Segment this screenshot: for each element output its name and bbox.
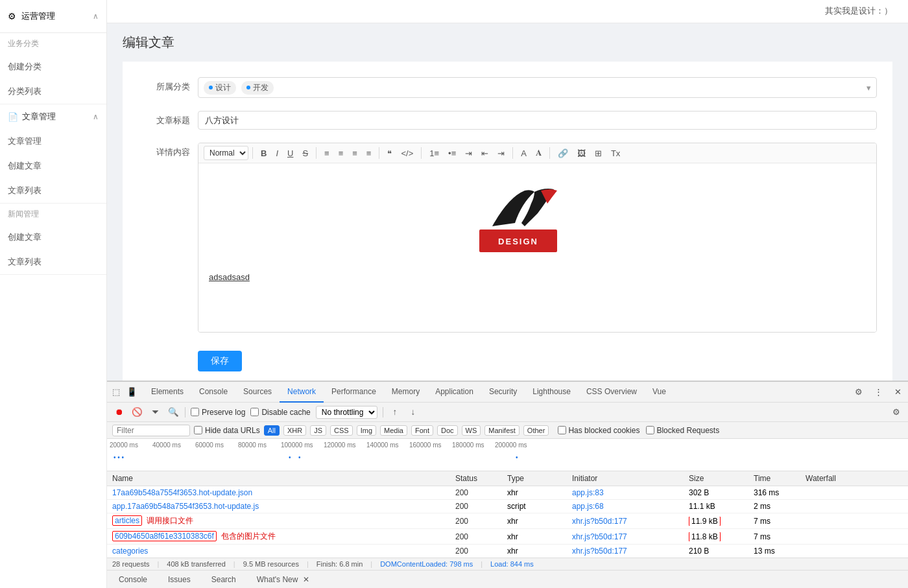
table-button[interactable]: ⊞ [591, 147, 606, 160]
editor-mode-select[interactable]: Normal [204, 146, 248, 160]
sidebar-item-article-list[interactable]: 文章列表 [0, 178, 106, 203]
bottom-tab-issues[interactable]: Issues [161, 574, 197, 585]
align-center-button[interactable]: ≡ [335, 147, 348, 160]
filter-input[interactable] [112, 425, 190, 436]
tab-memory[interactable]: Memory [384, 382, 427, 403]
category-row: 所属分类 设计 开发 ▾ [138, 77, 877, 98]
sidebar-main-item[interactable]: ⚙ 运营管理 ∧ [0, 0, 106, 33]
tab-vue[interactable]: Vue [645, 382, 674, 403]
filter-css[interactable]: CSS [330, 425, 353, 436]
link-button[interactable]: 🔗 [554, 147, 572, 160]
indent-button[interactable]: ⇥ [461, 147, 476, 160]
blocked-requests-checkbox[interactable] [646, 426, 654, 434]
table-row[interactable]: 17aa69b548a7554f3653.hot-update.json 200… [107, 486, 908, 500]
filter-icon-btn[interactable]: ⏷ [149, 406, 161, 419]
align-left-button[interactable]: ≡ [320, 147, 333, 160]
more-icon[interactable]: ⋮ [870, 384, 886, 400]
tab-performance[interactable]: Performance [324, 382, 384, 403]
row2-status: 200 [455, 502, 507, 511]
tab-sources[interactable]: Sources [235, 382, 280, 403]
hide-data-urls-checkbox[interactable] [194, 426, 202, 434]
has-blocked-cookies-label[interactable]: Has blocked cookies [558, 426, 639, 435]
italic-button[interactable]: I [272, 147, 282, 160]
hide-data-urls-label[interactable]: Hide data URLs [194, 426, 260, 435]
throttle-select[interactable]: No throttling [316, 406, 377, 419]
record-button[interactable]: ⏺ [112, 406, 125, 419]
sidebar-section-title-article[interactable]: 📄 文章管理 ∧ [0, 104, 106, 129]
tab-console[interactable]: Console [191, 382, 235, 403]
filter-img[interactable]: Img [357, 425, 376, 436]
filter-other[interactable]: Other [523, 425, 549, 436]
align-justify-button[interactable]: ≡ [363, 147, 376, 160]
sidebar-section-title-news[interactable]: 新闻管理 [0, 204, 106, 225]
download-button[interactable]: ↓ [407, 406, 420, 419]
search-icon-btn[interactable]: 🔍 [167, 406, 180, 419]
bottom-tab-search[interactable]: Search [205, 574, 243, 585]
ordered-list-button[interactable]: 1≡ [425, 147, 443, 160]
blocked-requests-label[interactable]: Blocked Requests [646, 426, 719, 435]
filter-manifest[interactable]: Manifest [484, 425, 520, 436]
preserve-log-label[interactable]: Preserve log [191, 408, 245, 417]
image-button[interactable]: 🖼 [573, 147, 590, 160]
network-settings-icon[interactable]: ⚙ [890, 406, 903, 419]
editor-body[interactable]: DESIGN [198, 163, 876, 332]
upload-button[interactable]: ↑ [388, 406, 401, 419]
filter-xhr[interactable]: XHR [283, 425, 306, 436]
disable-cache-checkbox[interactable] [250, 408, 259, 416]
bottom-tab-whats-new[interactable]: What's New ✕ [250, 574, 316, 585]
tab-css-overview[interactable]: CSS Overview [579, 382, 645, 403]
table-row[interactable]: articles 调用接口文件 200 xhr xhr.js?b50d:177 … [107, 513, 908, 529]
bold-button[interactable]: B [257, 147, 270, 160]
unordered-list-button[interactable]: •≡ [444, 147, 460, 160]
close-icon[interactable]: ✕ [890, 384, 905, 400]
sidebar-item-create-category[interactable]: 创建分类 [0, 54, 106, 79]
filter-media[interactable]: Media [380, 425, 407, 436]
preserve-log-checkbox[interactable] [191, 408, 199, 416]
tab-elements[interactable]: Elements [143, 382, 191, 403]
blockquote-button[interactable]: ❝ [383, 147, 396, 160]
table-row[interactable]: categories 200 xhr xhr.js?b50d:177 210 B… [107, 545, 908, 558]
editor: Normal B I U S ≡ ≡ ≡ [198, 143, 877, 333]
table-row[interactable]: 609b4650a8f61e3310383c6f 包含的图片文件 200 xhr… [107, 529, 908, 545]
tab-lighthouse[interactable]: Lighthouse [525, 382, 579, 403]
footer-dom-content-loaded[interactable]: DOMContentLoaded: 798 ms [380, 560, 473, 568]
sidebar-item-news-create[interactable]: 创建文章 [0, 225, 106, 250]
sidebar-item-category-list[interactable]: 分类列表 [0, 79, 106, 104]
code-button[interactable]: </> [397, 147, 417, 160]
filter-all[interactable]: All [264, 425, 280, 436]
has-blocked-cookies-checkbox[interactable] [558, 426, 566, 434]
filter-ws[interactable]: WS [462, 425, 481, 436]
tab-security[interactable]: Security [481, 382, 525, 403]
disable-cache-label[interactable]: Disable cache [250, 408, 310, 417]
settings-icon[interactable]: ⚙ [851, 384, 866, 400]
header-initiator: Initiator [572, 474, 689, 483]
tab-network[interactable]: Network [280, 382, 324, 403]
align-right-button[interactable]: ≡ [348, 147, 361, 160]
clear-format-button[interactable]: Tx [607, 147, 624, 160]
save-button[interactable]: 保存 [198, 351, 242, 371]
sidebar-item-article-manage[interactable]: 文章管理 [0, 129, 106, 154]
clear-button[interactable]: 🚫 [130, 406, 143, 419]
whats-new-close[interactable]: ✕ [303, 575, 309, 584]
sidebar-section-title-category[interactable]: 业务分类 [0, 33, 106, 54]
mobile-icon[interactable]: 📱 [125, 386, 138, 399]
footer-load[interactable]: Load: 844 ms [490, 560, 534, 568]
table-row[interactable]: app.17aa69b548a7554f3653.hot-update.js 2… [107, 500, 908, 513]
inspect-icon[interactable]: ⬚ [110, 386, 123, 399]
sidebar-item-news-list[interactable]: 文章列表 [0, 250, 106, 274]
bottom-tab-console[interactable]: Console [112, 574, 154, 585]
title-input[interactable] [198, 111, 877, 130]
tab-application[interactable]: Application [427, 382, 481, 403]
filter-js[interactable]: JS [310, 425, 326, 436]
indent2-button[interactable]: ⇥ [494, 147, 508, 160]
sidebar-item-create-article[interactable]: 创建文章 [0, 154, 106, 178]
strikethrough-button[interactable]: S [298, 147, 312, 160]
underline-button[interactable]: U [283, 147, 297, 160]
filter-font[interactable]: Font [411, 425, 433, 436]
tag-dot-design [209, 86, 213, 89]
font-color-button[interactable]: A [517, 147, 531, 160]
font-bg-button[interactable]: 𝐀 [532, 146, 545, 160]
category-select[interactable]: 设计 开发 ▾ [198, 77, 877, 98]
outdent-button[interactable]: ⇤ [477, 147, 492, 160]
filter-doc[interactable]: Doc [437, 425, 458, 436]
